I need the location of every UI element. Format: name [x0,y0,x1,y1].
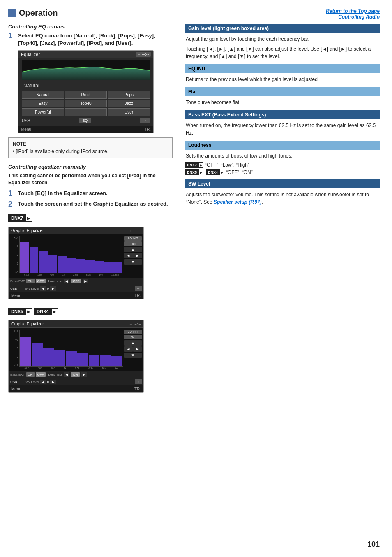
loudness-dnx7-badge: DNX7 ▶ [185,162,203,168]
geq-sw-right-2[interactable]: ► [50,380,56,384]
dnx4-arrow: ▶ [51,308,58,315]
geq-sw-right-btn-2[interactable]: ► [81,372,87,377]
geq-menu-bar-2: Menu TR. [9,385,143,392]
geq-back-sw-2[interactable]: → [135,379,142,384]
geq-down-btn-1[interactable]: ▼ [124,259,142,265]
dnx5-arrow: ▶ [25,308,32,315]
geq-flat-btn-2[interactable]: Flat [124,335,142,339]
geq-on-loudness-2[interactable]: ON [71,372,80,377]
eq-menu-bar: Menu TR. [18,126,153,133]
eq-opt-top40[interactable]: Top40 [65,100,107,107]
eq-init-body: Returns to the previous level which the … [185,76,380,83]
eq-opt-pops[interactable]: Pops [108,91,150,99]
geq-left-btn-1[interactable]: ◄ [124,253,133,258]
eq-bottom-bar: USB EQ → [22,118,150,123]
geq-back-2[interactable]: ← ···:··· [129,322,141,326]
eq-opt-user[interactable]: User [108,108,150,116]
section2-heading: Controlling equalizer manually [8,164,173,170]
geq-bar-8 [85,260,95,273]
geq-controls-bar-2: Bass EXT ON OFF Loudness ◄ ON ► [9,371,143,378]
geq-sw-left-2[interactable]: ◄ [40,380,46,384]
section1-heading: Controlling EQ curves [8,23,173,30]
geq-bars-1[interactable] [19,236,123,273]
geq-down-btn-2[interactable]: ▼ [124,353,142,358]
eq-opt-rock[interactable]: Rock [65,91,107,99]
eq-arrow-right[interactable]: → [140,118,150,123]
geq-sw-bar-2: USB SW Level ◄ 0 ► → [9,378,143,385]
sw-level-text1: Adjusts the subwoofer volume. This setti… [186,192,369,205]
flat-header: Flat [185,87,380,96]
eq-opt-easy[interactable]: Easy [22,100,64,107]
eq-back-btn[interactable]: ← ···:··· [136,52,151,57]
geq-bar-10 [104,262,113,273]
geq-menu-2[interactable]: Menu [11,387,21,391]
geq-chart-area-2: +14 +7 0 -7 -14 [10,330,123,369]
geq-chart-area-1: +14 +7 0 -7 -14 [10,236,123,276]
geq-flat-btn-1[interactable]: Flat [124,241,142,246]
geq-up-btn-1[interactable]: ▲ [124,247,142,252]
return-top-link[interactable]: Return to the Top page [185,8,380,14]
loudness-dnx7-row: DNX7 ▶ “OFF”, “Low”, “High” [185,162,380,168]
geq-off-btn-1[interactable]: OFF [36,279,46,283]
geq-on-btn-1[interactable]: ON [26,279,35,283]
loudness-dnx5-arrow: ▶ [198,170,203,175]
speaker-setup-link[interactable]: Speaker setup (P.97) [214,199,262,205]
geq-right-btns-2: EQ INIT Flat ▲ ◄ ► ▼ [123,330,142,369]
geq-on-btn-2[interactable]: ON [26,372,35,377]
geq-back-1[interactable]: ← ···:··· [129,229,141,233]
left-column: Operation Controlling EQ curves 1 Select… [8,8,181,549]
step1: 1 Select EQ curve from [Natural], [Rock]… [8,32,173,47]
geq-screen-dnx7: Graphic Equalizer ← ···:··· +14 +7 0 -7 … [8,227,144,299]
geq-bar-3 [39,251,48,273]
eq-opt-powerful[interactable]: Powerful [22,108,64,116]
bass-ext-header: Bass EXT (Bass Extend Settings) [185,110,380,119]
dnx5-label: DNX5 [8,308,26,315]
manual-step1: 1 Touch [EQ] in the Equalizer screen. [8,190,173,197]
eq-opt-jazz[interactable]: Jazz [108,100,150,107]
geq-bar-11 [113,262,122,273]
geq-right-btn-1[interactable]: ► [133,253,142,258]
loudness-dnx7-label: DNX7 [185,162,199,168]
geq-right-btn-2[interactable]: ► [133,346,142,352]
bass-ext-body: When turned on, the frequency lower than… [185,122,380,137]
manual-step1-text: Touch [EQ] in the Equalizer screen. [18,190,108,197]
eq-eq-btn[interactable]: EQ [79,118,91,123]
geq-sw-right-1[interactable]: ► [50,286,56,291]
note-text: • [iPod] is available only during iPod s… [13,149,168,154]
geq-lr-btns-2: ◄ ► [124,346,142,352]
geq-bar-1 [20,242,29,273]
geq-titlebar-1: Graphic Equalizer ← ···:··· [9,227,143,234]
geq-bar2-2 [32,343,43,367]
geq-back-sw-1[interactable]: → [135,286,142,291]
sw-level-header: SW Level [185,179,380,188]
eq-menu-btn[interactable]: Menu [21,127,31,132]
geq-loudness-left-1[interactable]: ◄ [64,279,69,283]
geq-controls-bar-1: Bass EXT ON OFF Loudness ◄ OFF ► [9,278,143,285]
loudness-dnx4-label: DNX4 [206,169,220,175]
geq-main-area-1: +14 +7 0 -7 -14 [9,234,143,278]
eq-options-grid: Natural Rock Pops Easy Top40 Jazz Powerf… [22,91,150,116]
geq-eq-init-btn-1[interactable]: EQ INIT [124,236,142,241]
geq-off-loudness-1[interactable]: OFF [71,279,81,283]
right-column: Return to the Top page Controlling Audio… [181,8,380,549]
geq-loudness-label-1: Loudness [48,279,63,283]
geq-bars-2[interactable] [19,330,123,367]
note-title: NOTE [13,141,168,147]
geq-left-btn-2[interactable]: ◄ [124,346,133,352]
geq-bar2-1 [20,337,31,366]
geq-off-btn-2[interactable]: OFF [36,372,46,377]
eq-opt-natural[interactable]: Natural [22,91,64,99]
geq-bass-ext-label-2: Bass EXT [10,373,25,376]
geq-eq-init-btn-2[interactable]: EQ INIT [124,330,142,334]
geq-lr-btns-1: ◄ ► [124,253,142,258]
top-links: Return to the Top page Controlling Audio [185,8,380,20]
geq-up-btn-2[interactable]: ▲ [124,340,142,346]
geq-sw-right-btn-1[interactable]: ► [83,279,88,283]
geq-sw-left-1[interactable]: ◄ [40,286,46,291]
geq-bar-4 [48,255,57,273]
flat-body: Tone curve becomes flat. [185,99,380,106]
geq-menu-1[interactable]: Menu [11,293,21,298]
controlling-audio-link[interactable]: Controlling Audio [185,14,380,20]
geq-loudness-left-2[interactable]: ◄ [64,372,69,377]
geq-bar-5 [58,256,67,273]
